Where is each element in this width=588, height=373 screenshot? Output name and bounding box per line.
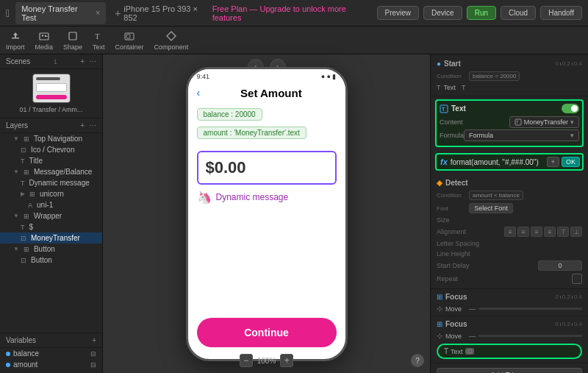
continue-button[interactable]: Continue <box>197 318 337 347</box>
variable-dot-2 <box>6 363 10 367</box>
focus-icon-1: ⊞ <box>437 293 442 301</box>
layer-wrapper[interactable]: ▼ ⊞ Wrapper <box>0 210 102 221</box>
variables-header: Variables + <box>0 333 102 348</box>
dropdown-arrow-icon: ▾ <box>570 118 574 126</box>
variable-balance-icon: ⊟ <box>90 350 96 358</box>
group-icon: ⊞ <box>24 168 29 176</box>
formula-plus-button[interactable]: + <box>547 157 559 167</box>
scenes-menu-icon[interactable]: ⋯ <box>89 57 96 65</box>
scenes-actions[interactable]: + ⋯ <box>80 57 96 65</box>
layers-actions[interactable]: + ⋯ <box>80 121 96 129</box>
component-icon: ⊡ <box>21 235 26 242</box>
detect-condition-label: Condition <box>437 192 466 199</box>
layer-dollar[interactable]: T $ <box>0 221 102 232</box>
alignment-buttons: ≡ ≡ ≡ ≡ ⊤ ⊥ <box>504 227 582 237</box>
toolbar-import[interactable]: Import <box>6 30 25 51</box>
add-tab-button[interactable]: + <box>112 7 123 19</box>
align-top-button[interactable]: ⊤ <box>557 227 569 237</box>
layer-uni-1[interactable]: A uni-1 <box>0 199 102 210</box>
tab-close-icon[interactable]: × <box>96 9 100 17</box>
layer-ico-chevron[interactable]: ⊡ Ico / Chevron <box>0 144 102 155</box>
focus-header-1: ⊞ Focus 0 0.2 0.4 <box>431 291 588 303</box>
align-justify-button[interactable]: ≡ <box>544 227 556 237</box>
svg-rect-0 <box>12 38 19 39</box>
run-button[interactable]: Run <box>467 6 496 20</box>
upgrade-link[interactable]: Free Plan — Upgrade to unlock more featu… <box>212 4 373 22</box>
toolbar-container[interactable]: Container <box>115 30 144 51</box>
device-button[interactable]: Device <box>423 6 462 20</box>
layer-money-transfer[interactable]: ⊡ MoneyTransfer <box>0 232 102 244</box>
preview-button[interactable]: Preview <box>377 6 420 20</box>
variables-label: Variables <box>6 336 36 344</box>
zoom-in-button[interactable]: + <box>280 354 293 367</box>
start-delay-label: Start Delay <box>437 262 481 269</box>
scene-1-label: 01 / Transfer / Amm... <box>19 106 82 113</box>
add-scene-icon[interactable]: + <box>80 57 85 65</box>
formula-bar[interactable]: fx + OK <box>435 153 584 171</box>
cloud-button[interactable]: Cloud <box>501 6 536 20</box>
dollar-input[interactable]: $0.00 <box>197 151 337 185</box>
toolbar-text[interactable]: T Text <box>93 30 105 51</box>
left-panel: Scenes 1 + ⋯ 01 / Transfer / Amm... Laye… <box>0 54 103 373</box>
scale-tick <box>572 296 573 299</box>
handoff-button[interactable]: Handoff <box>540 6 582 20</box>
scale-tick <box>560 296 561 299</box>
layer-title[interactable]: T Title <box>0 155 102 166</box>
layer-button-group[interactable]: ▼ ⊞ Button <box>0 244 102 255</box>
toolbar-shape[interactable]: Shape <box>63 30 82 51</box>
alignment-label: Alignment <box>437 228 481 235</box>
unicorn-icon: 🦄 <box>197 191 212 205</box>
layers-panel: Layers + ⋯ ▼ ⊞ Top Navigation ⊡ Ico / Ch… <box>0 118 102 333</box>
variables-actions[interactable]: + <box>92 336 96 344</box>
add-layer-icon[interactable]: + <box>80 121 85 129</box>
toolbar-component[interactable]: Component <box>154 30 189 51</box>
layer-message-balance[interactable]: ▼ ⊞ Message/Balance <box>0 166 102 177</box>
repeat-checkbox[interactable] <box>572 274 582 284</box>
layers-menu-icon[interactable]: ⋯ <box>89 121 96 129</box>
font-select-button[interactable]: Select Font <box>469 203 513 213</box>
condition-value: balance = 20000 <box>469 71 520 81</box>
balance-badge: balance : 20000 <box>197 108 262 121</box>
active-tab[interactable]: Money Transfer Test × <box>15 2 106 24</box>
text-trigger-badge: □ <box>465 348 475 355</box>
layer-top-navigation[interactable]: ▼ ⊞ Top Navigation <box>0 133 102 144</box>
line-height-row: Line Height <box>431 249 588 259</box>
align-left-button[interactable]: ≡ <box>504 227 516 237</box>
text-icon: T <box>21 224 25 231</box>
start-delay-value[interactable]: 0 <box>538 260 582 271</box>
zoom-out-button[interactable]: − <box>240 354 253 367</box>
align-center-button[interactable]: ≡ <box>517 227 529 237</box>
text-trigger-button[interactable]: T Text □ <box>437 344 582 359</box>
move-label-1: Move <box>445 305 462 313</box>
variable-amount[interactable]: amount ⊟ <box>0 359 102 370</box>
text-toggle[interactable] <box>562 104 579 113</box>
svg-marker-4 <box>45 35 48 37</box>
scene-1[interactable]: 01 / Transfer / Amm... <box>0 69 102 118</box>
status-icons: ● ● ▮ <box>321 73 337 80</box>
add-trigger-button[interactable]: Add Trigger <box>437 368 582 373</box>
variable-value-display[interactable]: T MoneyTransfer ▾ <box>509 116 579 128</box>
toolbar-media[interactable]: Media <box>35 30 54 51</box>
layer-unicorn[interactable]: ▶ ⊞ unicorn <box>0 188 102 199</box>
scenes-label: Scenes <box>6 57 30 65</box>
align-middle-button[interactable]: ⊥ <box>570 227 582 237</box>
align-right-button[interactable]: ≡ <box>531 227 542 237</box>
formula-input[interactable] <box>451 158 544 166</box>
help-button[interactable]: ? <box>411 354 424 367</box>
variable-amount-label: amount <box>13 360 37 369</box>
add-variable-icon[interactable]: + <box>92 336 96 344</box>
text-block-icon: T <box>440 104 448 113</box>
svg-text:T: T <box>516 120 519 124</box>
dynamic-message: 🦄 Dynamic message <box>197 191 337 205</box>
detect-dot: ◆ <box>437 179 442 187</box>
layer-button[interactable]: ⊡ Button <box>0 255 102 266</box>
detect-label: Detect <box>445 179 468 187</box>
back-icon[interactable]: ‹ <box>197 87 201 99</box>
layer-dynamic-message[interactable]: T Dynamic message <box>0 177 102 188</box>
text-block-title: T Text <box>440 104 466 113</box>
formula-dropdown[interactable]: Formula ▾ <box>464 129 579 141</box>
detect-size-row: Size <box>431 215 588 225</box>
formula-ok-button[interactable]: OK <box>562 157 580 167</box>
condition-label: Condition <box>437 73 466 79</box>
variable-balance[interactable]: balance ⊟ <box>0 348 102 359</box>
